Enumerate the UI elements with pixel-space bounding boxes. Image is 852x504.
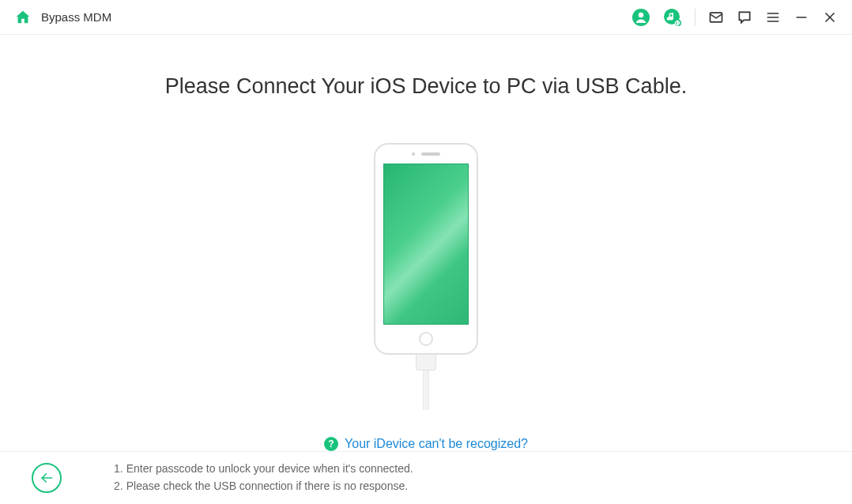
instruction-line: 1. Enter passcode to unlock your device …	[114, 461, 413, 478]
phone-screen	[383, 164, 469, 325]
header-left: Bypass MDM	[14, 9, 111, 26]
instruction-text: Enter passcode to unlock your device whe…	[126, 461, 413, 478]
music-transfer-icon[interactable]	[663, 8, 682, 27]
instruction-num: 2.	[114, 478, 123, 495]
phone-home-button	[419, 332, 433, 346]
main-content: Please Connect Your iOS Device to PC via…	[0, 35, 852, 451]
menu-icon[interactable]	[765, 9, 781, 25]
page-title: Bypass MDM	[41, 10, 111, 24]
usb-cable	[423, 370, 429, 410]
header-divider	[695, 9, 696, 26]
home-icon[interactable]	[14, 9, 32, 26]
header-right	[631, 8, 838, 27]
header-bar: Bypass MDM	[0, 0, 852, 35]
feedback-icon[interactable]	[737, 9, 752, 25]
usb-plug	[416, 353, 436, 370]
svg-point-1	[639, 12, 643, 17]
account-icon[interactable]	[631, 8, 650, 27]
instruction-num: 1.	[114, 461, 123, 478]
footer-instructions: 1. Enter passcode to unlock your device …	[114, 461, 413, 495]
phone-outline	[374, 143, 478, 355]
mail-icon[interactable]	[708, 9, 724, 25]
app-window: Bypass MDM	[0, 0, 852, 504]
device-not-recognized-link[interactable]: Your iDevice can't be recogized?	[345, 437, 528, 451]
close-icon[interactable]	[822, 9, 838, 25]
minimize-icon[interactable]	[794, 9, 809, 25]
instruction-text: Please check the USB connection if there…	[126, 478, 408, 495]
back-button[interactable]	[32, 463, 62, 493]
phone-top-sensors	[412, 152, 440, 156]
device-illustration	[374, 143, 478, 410]
instruction-line: 2. Please check the USB connection if th…	[114, 478, 413, 495]
footer-bar: 1. Enter passcode to unlock your device …	[0, 451, 852, 504]
help-question-icon: ?	[324, 437, 338, 451]
instruction-heading: Please Connect Your iOS Device to PC via…	[165, 74, 687, 99]
help-link-row: ? Your iDevice can't be recogized?	[324, 437, 528, 451]
